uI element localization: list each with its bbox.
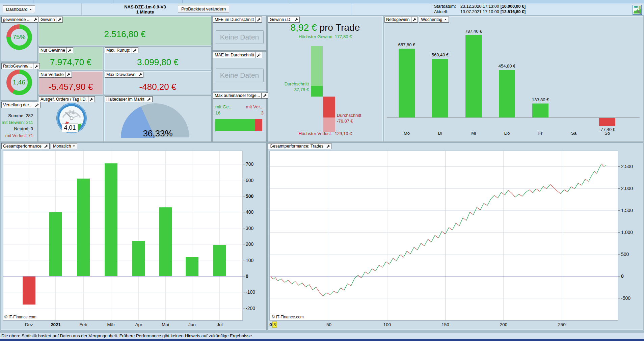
svg-text:Feb: Feb xyxy=(79,322,87,327)
panel-settings-button[interactable] xyxy=(137,72,143,78)
panel-gewinn: Gewinn 2.516,80 € xyxy=(38,16,212,46)
panel-max-runup: Max. Runup: 3.099,80 € xyxy=(104,47,212,70)
monthly-bar-chart: 7006005004003002001000-100-200Dez2021Feb… xyxy=(1,143,267,332)
panel-gesamtperformance-trades: 2.5002.0001.5001.0005000-500050100150200… xyxy=(267,142,643,330)
panel-settings-button[interactable] xyxy=(34,102,41,108)
wrench-icon xyxy=(412,18,416,22)
wins-bar-segment xyxy=(215,119,255,131)
panel-orders-per-day: Ausgef. Orders / Tag i.D. 24 4,01 xyxy=(38,96,103,142)
haltedauer-value: 36,33% xyxy=(104,128,211,139)
wrench-icon xyxy=(257,18,261,22)
avg-per-trade-value: 8,92 € xyxy=(291,22,317,33)
weekday-grouping-dropdown[interactable]: Wochentag xyxy=(419,17,449,23)
svg-text:-200: -200 xyxy=(246,306,255,311)
gain-average-bar xyxy=(311,86,323,97)
panel-title: Gewinn xyxy=(39,17,56,23)
panel-settings-button[interactable] xyxy=(88,96,95,102)
avg-per-trade-suffix: pro Trade xyxy=(317,22,360,33)
wrench-icon xyxy=(35,103,39,107)
wrench-icon xyxy=(294,18,298,22)
panel-title: Nettogewinn xyxy=(384,17,411,23)
panel-nur-gewinne: Nur Gewinne 7.974,70 € xyxy=(38,47,103,70)
hoechster-gewinn-label: Höchster Gewinn: 177,80 € xyxy=(268,34,383,39)
chevron-down-icon xyxy=(30,9,32,10)
durchschnitt-gewinn-label: Durchschnitt 37,79 € xyxy=(285,81,309,93)
panel-mae: MAE im Durchschnitt Keine Daten xyxy=(212,51,267,91)
svg-text:250: 250 xyxy=(558,322,566,327)
panel-settings-button[interactable] xyxy=(132,47,138,53)
aktuell-amount: [12.516,80 €] xyxy=(501,9,526,15)
panel-settings-button[interactable] xyxy=(256,52,262,58)
monthly-grouping-dropdown[interactable]: Monatlich xyxy=(51,143,78,149)
panel-settings-button[interactable] xyxy=(293,17,300,23)
svg-text:Mi: Mi xyxy=(471,131,476,136)
svg-text:-100: -100 xyxy=(246,289,255,295)
bottom-blue-strip xyxy=(0,339,644,341)
panel-settings-button[interactable] xyxy=(66,47,73,53)
panel-settings-button[interactable] xyxy=(411,17,418,23)
probacktest-edit-button[interactable]: ProBacktest verändern xyxy=(178,5,229,13)
panel-gesamtperformance-monthly: 7006005004003002001000-100-200Dez2021Feb… xyxy=(1,142,267,330)
panel-settings-button[interactable] xyxy=(255,17,262,23)
panel-settings-button[interactable] xyxy=(43,143,50,149)
nur-verluste-value: -5.457,90 € xyxy=(38,82,103,92)
nur-gewinne-value: 7.974,70 € xyxy=(38,57,103,68)
dashboard-menu-button[interactable]: Dashboard xyxy=(3,5,35,13)
panel-title: RatioGewinn/... xyxy=(1,63,33,69)
svg-text:Jun: Jun xyxy=(188,322,196,327)
panel-nettogewinn-weekday: Mo657,80 €Di560,40 €Mi787,40 €Do454,80 €… xyxy=(384,16,643,142)
wrench-icon xyxy=(33,18,37,22)
panel-title: Max. Runup: xyxy=(105,47,132,53)
svg-text:2.500: 2.500 xyxy=(621,164,633,169)
svg-text:Mai: Mai xyxy=(162,322,169,327)
durchschnitt-verlust-value: -76,87 € xyxy=(337,118,361,124)
wrench-icon xyxy=(68,49,72,52)
aktuell-label: Aktuell: xyxy=(434,9,460,15)
panel-title: MFE im Durchschnitt xyxy=(213,17,256,23)
svg-text:Mo: Mo xyxy=(404,131,410,136)
wrench-icon xyxy=(138,73,142,77)
panel-settings-button[interactable] xyxy=(146,96,153,102)
panel-title: Gesamtperformance xyxy=(1,143,43,149)
wrench-icon xyxy=(58,18,61,22)
svg-text:0: 0 xyxy=(621,273,624,279)
durchschnitt-verlust-label: Durchschnitt -76,87 € xyxy=(337,112,361,124)
winning-percent-value: 75% xyxy=(6,24,32,50)
panel-settings-button[interactable] xyxy=(261,93,268,99)
wrench-icon xyxy=(263,94,267,98)
svg-text:Jul: Jul xyxy=(217,322,222,327)
svg-text:560,40 €: 560,40 € xyxy=(432,52,449,57)
startdatum-amount: [10.000,00 €] xyxy=(501,4,526,9)
wrench-icon xyxy=(133,49,137,52)
orders-per-day-value: 4,01 xyxy=(62,124,78,132)
panel-title: Nur Gewinne xyxy=(39,47,67,53)
svg-text:400: 400 xyxy=(246,209,254,215)
panel-settings-button[interactable] xyxy=(325,143,331,149)
svg-text:Do: Do xyxy=(504,131,510,136)
gain-range-bar xyxy=(311,46,323,86)
svg-text:2.000: 2.000 xyxy=(621,186,633,191)
summe-row: Summe: 282 xyxy=(1,112,33,119)
mit-gewinn-row: mit Gewinn: 211 xyxy=(1,119,33,126)
panel-mfe: MFE im Durchschnitt Keine Daten xyxy=(212,16,267,51)
chevron-down-icon xyxy=(73,146,75,147)
panel-settings-button[interactable] xyxy=(56,17,63,23)
panel-ratio-gain-loss: RatioGewinn/... 1,46 xyxy=(1,62,37,101)
backtest-report-icon[interactable] xyxy=(633,5,642,15)
panel-title: Haltedauer im Markt xyxy=(105,96,146,102)
losses-bar-segment xyxy=(255,119,262,131)
mae-no-data: Keine Daten xyxy=(216,69,264,82)
panel-title: Ausgef. Orders / Tag i.D. xyxy=(39,96,88,102)
wrench-icon xyxy=(147,98,151,101)
toolbar: Dashboard NAS-DZE-1m-0.9-V3 1 Minute Pro… xyxy=(0,3,644,16)
panel-settings-button[interactable] xyxy=(65,72,72,78)
wrench-icon xyxy=(44,145,48,148)
dashboard-label: Dashboard xyxy=(6,7,28,12)
winning-percent-donut: 75% xyxy=(6,24,32,50)
panel-settings-button[interactable] xyxy=(32,17,38,23)
svg-text:Sa: Sa xyxy=(571,131,577,136)
wrench-icon xyxy=(89,98,93,101)
panel-settings-button[interactable] xyxy=(33,63,40,69)
weekday-bar-chart: Mo657,80 €Di560,40 €Mi787,40 €Do454,80 €… xyxy=(384,16,644,143)
panel-nur-verluste: Nur Verluste -5.457,90 € xyxy=(38,71,103,95)
